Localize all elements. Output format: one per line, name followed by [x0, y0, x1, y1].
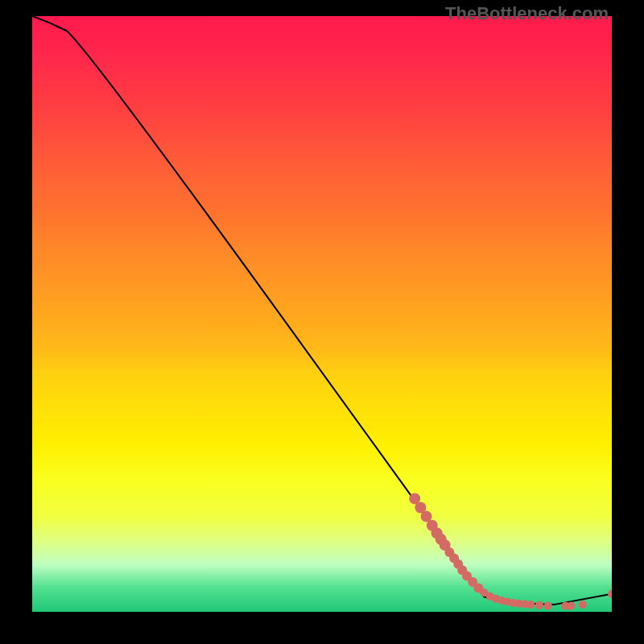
- data-marker: [608, 590, 612, 598]
- data-marker: [535, 601, 543, 609]
- chart-container: TheBottleneck.com: [0, 0, 644, 644]
- bottleneck-curve: [32, 16, 612, 605]
- chart-svg: [32, 16, 612, 612]
- data-marker: [579, 601, 587, 609]
- data-marker: [544, 602, 552, 610]
- data-marker: [568, 602, 576, 610]
- marker-layer: [409, 493, 612, 609]
- curve-line-layer: [32, 16, 612, 605]
- data-marker: [526, 601, 535, 609]
